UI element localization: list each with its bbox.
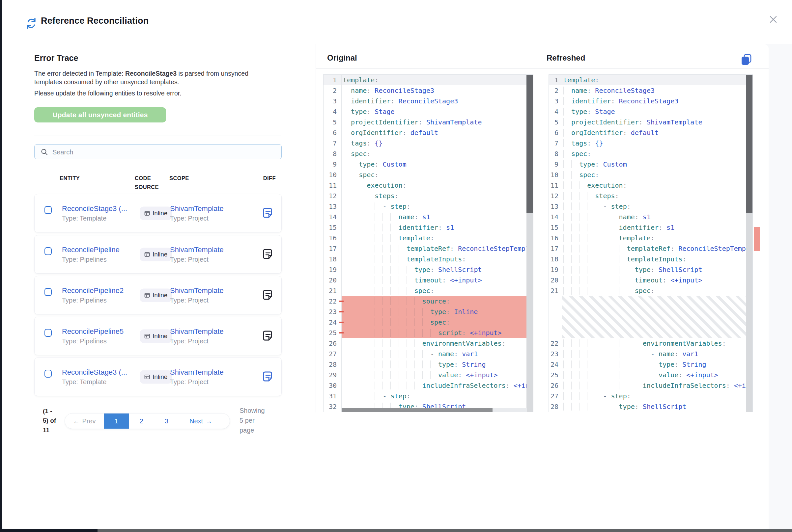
pagination-range-label: (1 -5) of11 [43,406,65,435]
search-field [34,144,282,159]
entity-link[interactable]: ReconcileStage3 (... [62,368,127,377]
diff-icon-button[interactable] [261,248,274,261]
code-line: - step: [342,201,527,212]
prev-button[interactable]: ←Prev [65,414,104,429]
table-row[interactable]: ReconcileStage3 (...Type: Template Inlin… [34,358,282,396]
line-number: 20 [324,275,341,285]
table-row[interactable]: ReconcilePipeline5Type: Pipelines Inline… [34,317,282,355]
scope-link[interactable]: ShivamTemplate [170,286,224,295]
code-line: template: [562,75,747,85]
code-line: type: ShellScript [342,264,527,275]
line-number: 7 [324,138,341,149]
diff-icon-button[interactable] [261,329,274,343]
entity-link[interactable]: ReconcilePipeline [62,246,119,254]
row-checkbox[interactable] [44,370,52,378]
row-checkbox[interactable] [44,288,52,296]
code-line: includeInfraSelectors: <+input> [342,380,527,391]
diff-icon-button[interactable] [261,289,274,302]
next-button[interactable]: Next→ [179,414,222,429]
scope-cell: ShivamTemplateType: Project [170,317,224,355]
code-line: - step: [562,201,747,212]
vertical-scrollbar-thumb[interactable] [527,75,533,213]
column-header-scope: SCOPE [169,174,202,183]
diff-icon-button[interactable] [261,370,274,383]
line-number: 13 [324,201,341,212]
code-line: template: [562,233,747,243]
refreshed-code-panel[interactable]: 1234567891011121314151617181920212223242… [549,74,753,412]
line-number: 23 [324,306,341,317]
entity-link[interactable]: ReconcileStage3 (... [62,205,127,213]
close-button[interactable] [768,14,779,25]
scope-link[interactable]: ShivamTemplate [170,327,224,336]
vertical-scrollbar[interactable] [746,75,753,412]
code-line: type: Inline [342,306,527,317]
code-line: spec: [562,149,747,159]
code-source-badge: Inline [140,329,172,343]
search-icon [40,148,49,156]
code-line: template: [342,233,527,243]
entity-link[interactable]: ReconcilePipeline2 [62,286,124,295]
code-line: templateRef: ReconcileStepTempl [342,243,527,254]
vertical-scrollbar[interactable] [527,75,533,412]
row-checkbox[interactable] [44,206,52,214]
line-number: 15 [549,222,562,233]
code-line: value: <+input> [562,370,747,380]
code-line: type: Custom [342,159,527,170]
code-line: steps: [342,191,527,201]
removed-line-marker [339,301,344,302]
code-line: script: <+input> [342,327,527,338]
page-button-2[interactable]: 2 [129,414,154,429]
entity-cell: ReconcilePipelineType: Pipelines [62,235,119,273]
line-number: 17 [324,243,341,254]
row-checkbox[interactable] [44,329,52,337]
line-number: 23 [549,349,562,359]
search-input[interactable] [52,145,277,159]
line-number: 3 [549,96,562,106]
page-button-3[interactable]: 3 [154,414,179,429]
diff-section-divider [316,44,316,413]
badge-label: Inline [152,210,167,217]
vertical-scrollbar-thumb[interactable] [746,75,753,213]
table-row[interactable]: ReconcilePipeline2Type: Pipelines Inline… [34,276,282,315]
column-header-code-source: CODE SOURCE [135,174,165,192]
repository-icon [144,374,150,380]
code-line: timeout: <+input> [342,275,527,285]
table-row[interactable]: ReconcilePipelineType: Pipelines InlineS… [34,235,282,273]
scope-link[interactable]: ShivamTemplate [170,205,224,213]
scope-link[interactable]: ShivamTemplate [170,368,224,377]
diff-icon-button[interactable] [261,207,274,220]
update-all-unsynced-button[interactable]: Update all unsynced entities [34,107,166,122]
badge-label: Inline [152,251,167,258]
original-code-panel[interactable]: 1234567891011121314151617181920212223242… [323,74,533,412]
window-bottom-bar-dark [0,529,97,532]
code-line: type: Stage [342,106,527,117]
page-button-1[interactable]: 1 [104,414,129,429]
line-number: 19 [324,264,341,275]
error-trace-heading: Error Trace [34,53,78,63]
line-number: 16 [549,233,562,243]
table-row[interactable]: ReconcileStage3 (...Type: Template Inlin… [34,194,282,232]
error-template-name: ReconcileStage3 [125,70,177,77]
code-line: templateInputs: [342,254,527,264]
horizontal-scrollbar[interactable] [342,408,527,412]
line-number: 22 [549,338,562,349]
line-number: 21 [549,285,562,296]
scope-type-label: Type: Project [170,378,224,386]
removed-line-marker [339,332,344,334]
row-checkbox[interactable] [44,247,52,255]
horizontal-scrollbar-thumb[interactable] [342,408,493,412]
reference-reconciliation-dialog: Reference Reconciliation Error Trace The… [0,0,792,532]
code-line: tags: {} [562,138,747,149]
code-line: name: ReconcileStage3 [562,85,747,96]
line-number: 14 [324,212,341,222]
code-line: execution: [342,180,527,191]
line-number: 26 [549,380,562,391]
line-number: 10 [324,170,341,180]
copy-button[interactable] [740,53,753,66]
window-left-edge [0,0,2,530]
entity-link[interactable]: ReconcilePipeline5 [62,327,124,336]
code-line: orgIdentifier: default [342,128,527,138]
original-panel-label: Original [327,53,357,62]
line-number: 15 [324,222,341,233]
scope-link[interactable]: ShivamTemplate [170,246,224,254]
